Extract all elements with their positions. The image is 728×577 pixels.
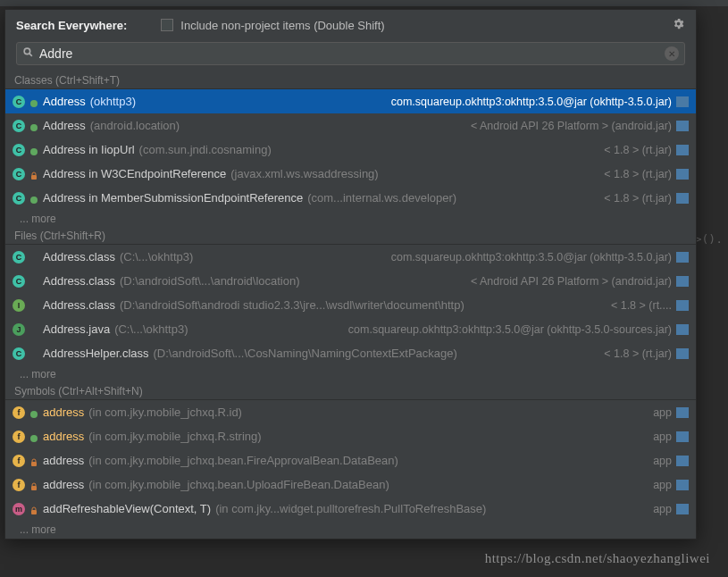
svg-point-8 bbox=[30, 435, 38, 442]
result-name: Address in W3CEndpointReference bbox=[43, 167, 226, 180]
search-field[interactable]: ✕ bbox=[16, 42, 685, 65]
type-badge-icon: f bbox=[13, 479, 25, 491]
result-name: Address in MemberSubmissionEndpointRefer… bbox=[43, 191, 303, 205]
result-name: addRefreshableView(Context, T) bbox=[43, 502, 211, 515]
result-row[interactable]: CAddress.class (D:\androidSoft\...\andro… bbox=[5, 269, 696, 293]
include-nonproject-checkbox[interactable] bbox=[161, 19, 173, 31]
type-badge-icon: f bbox=[13, 406, 25, 419]
result-row[interactable]: maddRefreshableView(Context, T) (in com.… bbox=[5, 497, 696, 521]
result-name: address bbox=[43, 430, 84, 443]
result-row[interactable]: faddress (in com.jky.mobile_jchxq.bean.F… bbox=[5, 448, 696, 472]
library-icon bbox=[676, 252, 689, 263]
type-badge-icon: J bbox=[13, 323, 25, 336]
lock-icon bbox=[29, 170, 38, 179]
watermark: https://blog.csdn.net/shaoyezhangliwei bbox=[485, 551, 710, 566]
search-input[interactable] bbox=[39, 46, 659, 61]
result-location: app bbox=[653, 406, 672, 419]
public-icon bbox=[29, 194, 38, 203]
result-context: (C:\...\okhttp3) bbox=[120, 250, 193, 263]
symbols-more[interactable]: ... more bbox=[5, 521, 696, 539]
library-icon bbox=[676, 276, 689, 287]
result-name: address bbox=[43, 454, 84, 467]
result-location: app bbox=[653, 479, 672, 491]
svg-point-3 bbox=[30, 124, 38, 131]
library-icon bbox=[676, 121, 689, 131]
result-location: < 1.8 > (rt.jar) bbox=[604, 192, 672, 205]
library-icon bbox=[676, 407, 689, 418]
result-row[interactable]: faddress (in com.jky.mobile_jchxq.R.id)a… bbox=[5, 400, 696, 424]
library-icon bbox=[676, 348, 689, 359]
result-row[interactable]: faddress (in com.jky.mobile_jchxq.bean.U… bbox=[5, 472, 696, 497]
result-row[interactable]: CAddress (okhttp3)com.squareup.okhttp3:o… bbox=[5, 89, 696, 113]
svg-rect-10 bbox=[31, 486, 37, 490]
result-name: Address in IiopUrl bbox=[43, 143, 135, 156]
svg-rect-5 bbox=[31, 175, 37, 180]
result-location: < 1.8 > (rt.jar) bbox=[604, 144, 672, 156]
symbols-list: faddress (in com.jky.mobile_jchxq.R.id)a… bbox=[5, 400, 696, 521]
gear-icon[interactable] bbox=[672, 17, 685, 33]
result-context: (D:\androidSoft\...\android\location) bbox=[120, 274, 300, 288]
clear-icon[interactable]: ✕ bbox=[665, 46, 679, 61]
svg-point-2 bbox=[30, 100, 38, 107]
result-location: < 1.8 > (rt.jar) bbox=[604, 168, 672, 180]
result-name: Address.class bbox=[43, 250, 115, 263]
result-row[interactable]: CAddress in MemberSubmissionEndpointRefe… bbox=[5, 186, 696, 210]
type-badge-icon: C bbox=[13, 275, 25, 288]
library-icon bbox=[676, 504, 689, 514]
result-context: (com...internal.ws.developer) bbox=[307, 191, 456, 205]
result-location: app bbox=[653, 431, 672, 443]
library-icon bbox=[676, 456, 689, 466]
lock-icon bbox=[29, 481, 38, 489]
result-row[interactable]: IAddress.class (D:\androidSoft\androdi s… bbox=[5, 293, 696, 317]
result-context: (D:\androidSoft\...\CosNaming\NamingCont… bbox=[154, 347, 457, 360]
result-location: < 1.8 > (rt.... bbox=[611, 299, 672, 312]
result-name: address bbox=[43, 406, 84, 419]
result-location: < Android API 26 Platform > (android.jar… bbox=[471, 120, 672, 132]
result-context: (in com.jky.mobile_jchxq.R.string) bbox=[88, 430, 261, 443]
result-context: (in com.jky.mobile_jchxq.bean.UploadFire… bbox=[88, 478, 389, 491]
svg-point-7 bbox=[30, 411, 38, 418]
library-icon bbox=[676, 96, 689, 107]
classes-section-header: Classes (Ctrl+Shift+T) bbox=[5, 72, 696, 89]
files-list: CAddress.class (C:\...\okhttp3)com.squar… bbox=[5, 245, 696, 365]
type-badge-icon: f bbox=[13, 431, 25, 443]
result-context: (in com.jky.mobile_jchxq.R.id) bbox=[88, 406, 242, 419]
result-row[interactable]: CAddress (android.location)< Android API… bbox=[5, 113, 696, 138]
result-location: app bbox=[653, 455, 672, 467]
svg-point-4 bbox=[30, 148, 38, 155]
library-icon bbox=[676, 480, 689, 490]
include-nonproject-label: Include non-project items (Double Shift) bbox=[180, 19, 665, 32]
type-badge-icon: f bbox=[13, 455, 25, 467]
result-name: Address bbox=[43, 95, 86, 108]
result-location: < Android API 26 Platform > (android.jar… bbox=[471, 275, 672, 288]
result-row[interactable]: CAddress in W3CEndpointReference (javax.… bbox=[5, 162, 696, 186]
type-badge-icon: C bbox=[13, 168, 25, 180]
library-icon bbox=[676, 169, 689, 180]
files-more[interactable]: ... more bbox=[5, 365, 696, 383]
type-badge-icon: C bbox=[13, 192, 25, 205]
result-name: Address.class bbox=[43, 298, 115, 312]
type-badge-icon: C bbox=[13, 144, 25, 156]
type-badge-icon: m bbox=[13, 503, 25, 515]
result-row[interactable]: faddress (in com.jky.mobile_jchxq.R.stri… bbox=[5, 424, 696, 448]
search-icon bbox=[22, 46, 34, 61]
result-name: Address bbox=[43, 119, 86, 132]
result-context: (in com.jky...widget.pulltorefresh.PullT… bbox=[215, 502, 486, 515]
result-row[interactable]: JAddress.java (C:\...\okhttp3)com.square… bbox=[5, 317, 696, 341]
type-badge-icon: C bbox=[13, 347, 25, 360]
classes-more[interactable]: ... more bbox=[5, 210, 696, 228]
classes-list: CAddress (okhttp3)com.squareup.okhttp3:o… bbox=[5, 89, 696, 210]
result-row[interactable]: CAddress.class (C:\...\okhttp3)com.squar… bbox=[5, 245, 696, 269]
public-icon bbox=[29, 121, 38, 130]
search-title: Search Everywhere: bbox=[16, 19, 127, 32]
public-icon bbox=[29, 97, 38, 106]
result-name: address bbox=[43, 478, 84, 491]
result-row[interactable]: CAddress in IiopUrl (com.sun.jndi.cosnam… bbox=[5, 138, 696, 162]
result-name: Address.java bbox=[43, 322, 110, 336]
type-badge-icon: C bbox=[13, 251, 25, 263]
result-location: < 1.8 > (rt.jar) bbox=[604, 347, 672, 360]
type-badge-icon: C bbox=[13, 96, 25, 108]
result-context: (in com.jky.mobile_jchxq.bean.FireApprov… bbox=[88, 454, 398, 467]
result-row[interactable]: CAddressHelper.class (D:\androidSoft\...… bbox=[5, 341, 696, 365]
svg-rect-9 bbox=[31, 462, 37, 466]
